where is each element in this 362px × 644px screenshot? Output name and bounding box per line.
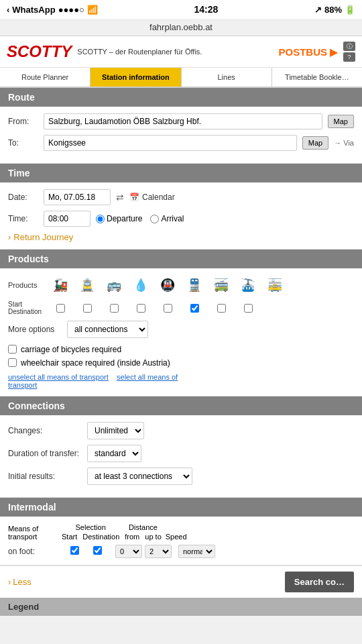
boat-icon[interactable]: 💧 [129,275,152,295]
info-icon[interactable]: ⓘ [343,42,355,51]
arrival-radio[interactable] [150,215,159,223]
products-section-header: Products [0,250,362,268]
checkbox-subway[interactable] [156,304,179,313]
cable-car-checkbox[interactable] [244,304,253,313]
cable-car-icon[interactable]: 🚠 [237,275,259,295]
status-right: ↗ 88% 🔋 [314,5,355,15]
on-foot-from-select[interactable]: 0 1 2 3 5 [115,545,142,558]
route-section-header: Route [0,88,362,107]
sbahn-icon[interactable]: 🚆 [183,275,206,295]
return-journey-button[interactable]: › Return Journey [8,232,354,242]
on-foot-dest-checkbox-wrap [87,546,107,557]
intermodal-section-content: Means of transport Selection Start Desti… [0,517,362,566]
products-title: Products [8,254,49,264]
from-map-button[interactable]: Map [328,115,354,128]
url-bar[interactable]: fahrplan.oebb.at [0,19,362,36]
help-icon[interactable]: ? [343,52,355,62]
time-label: Time: [8,214,38,223]
checkbox-sbahn[interactable] [183,304,206,313]
status-bar: ‹ WhatsApp ●●●●○ 📶 14:28 ↗ 88% 🔋 [0,0,362,19]
bottom-bar: › Less Search co… [0,566,362,598]
return-journey-label: Return Journey [13,232,73,242]
speed-col-header: Speed [166,533,187,541]
connections-section-content: Changes: Unlimited 0 1 2 3 Duration of t… [0,415,362,498]
bus-large-checkbox[interactable] [217,304,226,313]
search-connections-button[interactable]: Search co… [285,572,354,592]
checkbox-train[interactable] [49,304,72,313]
means-of-transport-label: Means of transport [8,525,38,541]
checkbox-bus-small[interactable] [103,304,125,313]
on-foot-upto-select[interactable]: 1 2 3 5 10 [145,545,172,558]
intermodal-section-header: Intermodal [0,498,362,517]
date-row: Date: ⇄ 📅 Calendar [8,189,354,205]
tab-station-information[interactable]: Station information [90,68,181,87]
intermodal-title: Intermodal [8,502,56,513]
changes-select[interactable]: Unlimited 0 1 2 3 [87,422,144,439]
date-label: Date: [8,193,38,202]
tab-timetable[interactable]: Timetable Bookle… [272,68,362,87]
boat-checkbox[interactable] [137,304,145,313]
to-input[interactable] [44,135,297,151]
route-title: Route [8,92,35,103]
duration-label: Duration of transfer: [8,449,82,458]
tab-lines[interactable]: Lines [182,68,272,87]
bus-small-checkbox[interactable] [110,304,119,313]
on-foot-dest-checkbox[interactable] [93,546,102,555]
wheelchair-checkbox[interactable] [8,358,17,367]
tram-checkbox[interactable] [83,304,92,313]
time-input[interactable] [44,211,90,227]
special-icon[interactable]: 🚋 [263,275,286,295]
back-arrow-icon[interactable]: ‹ [7,5,9,15]
on-foot-start-checkbox-wrap [64,546,84,557]
more-options-label: More options [8,325,62,334]
via-link[interactable]: → Via [334,139,354,147]
checkbox-boat[interactable] [129,304,152,313]
unselect-all-link[interactable]: unselect all means of transport [8,373,109,381]
checkbox-tram[interactable] [76,304,99,313]
wheelchair-label: wheelchair space required (inside Austri… [21,358,170,368]
nav-tabs: Route Planner Station information Lines … [0,68,362,88]
start-sub-header: Start [62,533,77,541]
checkbox-cable-car[interactable] [237,304,259,313]
train-icon[interactable]: 🚂 [49,275,72,295]
means-of-transport-col-header: Means of transport [8,525,62,541]
subway-icon[interactable]: 🚇 [156,275,179,295]
products-label: Products [8,281,45,289]
train-checkbox[interactable] [56,304,65,313]
from-row: From: Map [8,113,354,129]
arrival-radio-label[interactable]: Arrival [150,214,184,223]
initial-select[interactable]: at least 3 connections at least 5 connec… [87,468,192,485]
from-input[interactable] [44,113,322,129]
on-foot-start-checkbox[interactable] [70,546,79,555]
swap-icon[interactable]: ⇄ [116,192,124,203]
departure-radio[interactable] [96,215,105,223]
start-dest-row: StartDestination [8,301,354,315]
bus-large-icon[interactable]: 🚎 [210,275,233,295]
bicycle-checkbox[interactable] [8,345,17,354]
start-dest-label: StartDestination [8,301,45,315]
tram-icon[interactable]: 🚊 [76,275,99,295]
calendar-button[interactable]: 📅 Calendar [129,193,175,202]
signal-icon: ●●●●○ [58,5,84,15]
tab-timetable-label: Timetable Bookle… [285,73,349,81]
subway-checkbox[interactable] [164,304,172,313]
duration-select[interactable]: standard short long [87,445,141,462]
departure-radio-label[interactable]: Departure [96,214,142,223]
date-input[interactable] [44,189,111,205]
postbus-arrow-icon: ▶ [330,46,338,58]
more-options-select[interactable]: all connections direct only fast connect… [67,321,148,338]
tab-route-planner[interactable]: Route Planner [0,68,90,87]
url-text: fahrplan.oebb.at [149,22,213,32]
bus-small-icon[interactable]: 🚌 [103,275,125,295]
battery-percent: 88% [324,5,342,15]
to-map-button[interactable]: Map [302,136,328,150]
on-foot-speed-select[interactable]: normal slow fast [178,545,215,558]
less-label: Less [13,577,31,587]
checkbox-bus-large[interactable] [210,304,233,313]
departure-arrival-group: Departure Arrival [96,214,184,223]
tab-route-planner-label: Route Planner [21,73,68,81]
scotty-logo: SCOTTY [7,42,72,61]
sbahn-checkbox[interactable] [190,304,199,313]
tab-station-information-label: Station information [102,73,170,81]
less-button[interactable]: › Less [8,577,32,587]
